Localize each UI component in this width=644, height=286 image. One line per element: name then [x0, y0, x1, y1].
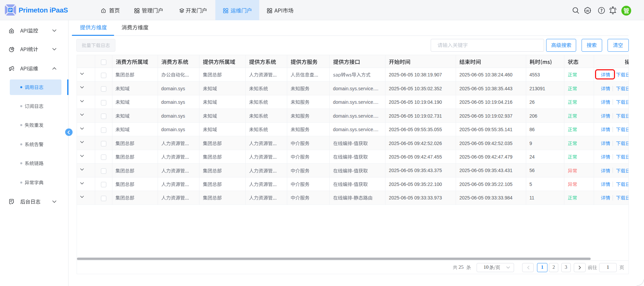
svg-text:P: P — [9, 8, 12, 12]
